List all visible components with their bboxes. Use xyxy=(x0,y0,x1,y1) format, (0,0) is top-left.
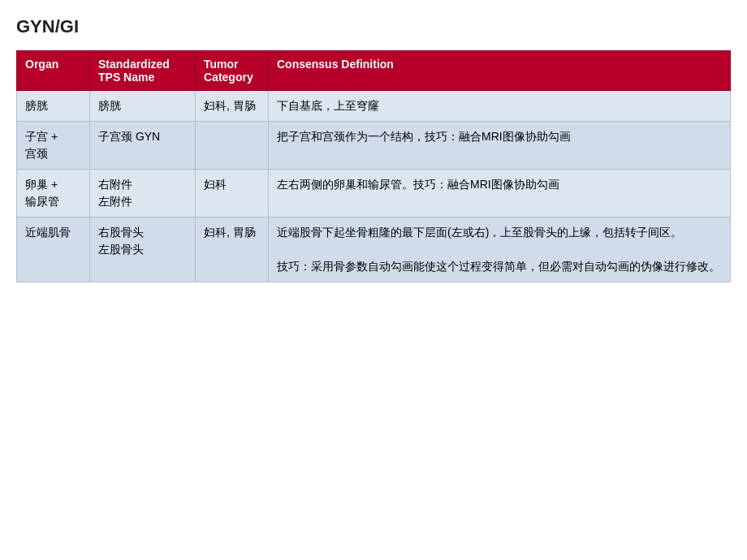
cell-tps: 右附件 左附件 xyxy=(90,170,196,218)
cell-organ: 卵巢 + 输尿管 xyxy=(17,170,90,218)
cell-organ: 膀胱 xyxy=(17,91,90,122)
header-def: Consensus Definition xyxy=(269,51,731,91)
main-table: Organ Standardized TPS Name Tumor Catego… xyxy=(16,50,731,282)
cell-tumor: 妇科 xyxy=(196,170,269,218)
cell-tps: 右股骨头 左股骨头 xyxy=(90,218,196,282)
table-row: 卵巢 + 输尿管 右附件 左附件 妇科 左右两侧的卵巢和输尿管。技巧：融合MRI… xyxy=(17,170,731,218)
table-body: 膀胱 膀胱 妇科, 胃肠 下自基底，上至穹窿 子宫 + 宫颈 子宫颈 GYN 把… xyxy=(17,91,731,282)
cell-tps: 子宫颈 GYN xyxy=(90,122,196,170)
header-tps: Standardized TPS Name xyxy=(90,51,196,91)
page-title: GYN/GI xyxy=(16,16,731,37)
cell-organ: 近端肌骨 xyxy=(17,218,90,282)
header-organ: Organ xyxy=(17,51,90,91)
cell-def: 左右两侧的卵巢和输尿管。技巧：融合MRI图像协助勾画 xyxy=(269,170,731,218)
cell-tumor: 妇科, 胃肠 xyxy=(196,91,269,122)
cell-tumor: 妇科, 胃肠 xyxy=(196,218,269,282)
table-header: Organ Standardized TPS Name Tumor Catego… xyxy=(17,51,731,91)
cell-def: 近端股骨下起坐骨粗隆的最下层面(左或右)，上至股骨头的上缘，包括转子间区。 技巧… xyxy=(269,218,731,282)
cell-def: 下自基底，上至穹窿 xyxy=(269,91,731,122)
table-row: 近端肌骨 右股骨头 左股骨头 妇科, 胃肠 近端股骨下起坐骨粗隆的最下层面(左或… xyxy=(17,218,731,282)
table-row: 子宫 + 宫颈 子宫颈 GYN 把子宫和宫颈作为一个结构，技巧：融合MRI图像协… xyxy=(17,122,731,170)
header-tumor: Tumor Category xyxy=(196,51,269,91)
cell-tps: 膀胱 xyxy=(90,91,196,122)
cell-organ: 子宫 + 宫颈 xyxy=(17,122,90,170)
cell-tumor xyxy=(196,122,269,170)
table-row: 膀胱 膀胱 妇科, 胃肠 下自基底，上至穹窿 xyxy=(17,91,731,122)
cell-def: 把子宫和宫颈作为一个结构，技巧：融合MRI图像协助勾画 xyxy=(269,122,731,170)
